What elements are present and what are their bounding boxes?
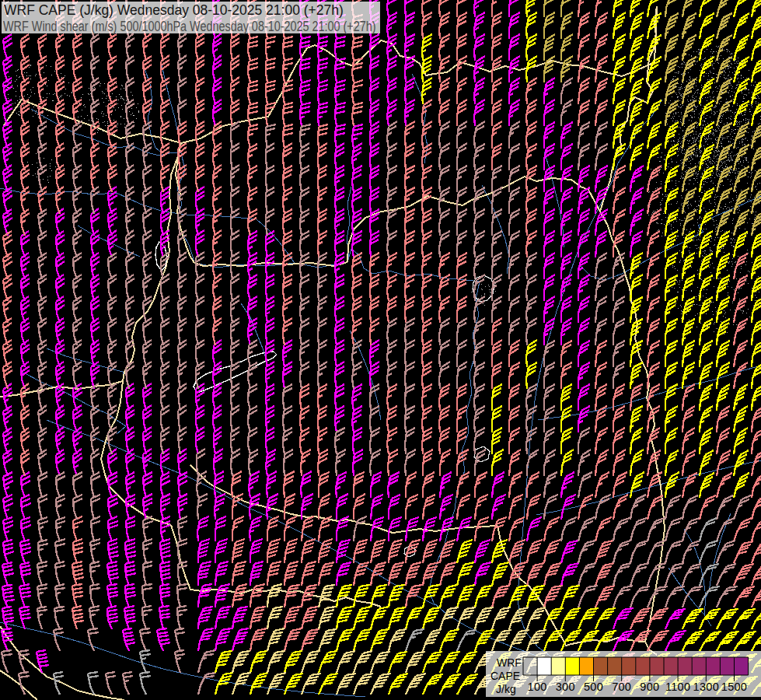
svg-text:300: 300 <box>556 681 575 693</box>
svg-text:WRF: WRF <box>497 656 522 669</box>
svg-text:1300: 1300 <box>693 681 719 693</box>
svg-text:500: 500 <box>584 681 603 693</box>
svg-text:900: 900 <box>640 681 659 693</box>
svg-text:J/kg: J/kg <box>496 683 516 695</box>
svg-text:CAPE: CAPE <box>490 670 520 682</box>
svg-text:1100: 1100 <box>665 681 690 693</box>
svg-text:1500: 1500 <box>721 681 747 693</box>
svg-text:700: 700 <box>612 681 631 693</box>
svg-text:100: 100 <box>528 681 547 693</box>
